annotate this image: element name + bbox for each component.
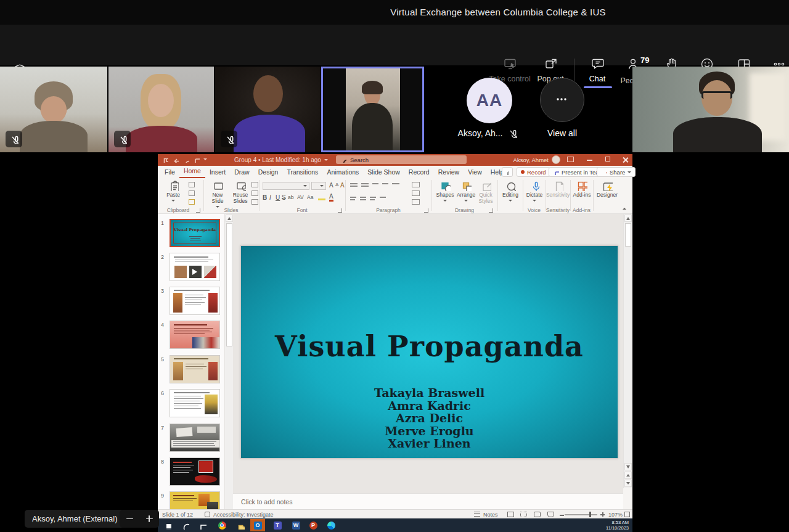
document-title[interactable]: Group 4 • Last Modified: 1h ago: [219, 157, 343, 163]
redo-icon[interactable]: [182, 156, 189, 163]
reset-slide-icon[interactable]: [251, 190, 258, 196]
normal-view-button[interactable]: [507, 512, 514, 517]
font-color-button[interactable]: A: [329, 194, 333, 202]
search-input[interactable]: Search: [336, 155, 467, 164]
tab-view[interactable]: View: [464, 166, 486, 178]
shapes-button[interactable]: Shapes: [435, 180, 455, 202]
tab-draw[interactable]: Draw: [230, 166, 254, 178]
zoom-in-button[interactable]: [146, 515, 153, 522]
reading-view-button[interactable]: [534, 512, 541, 517]
tab-transitions[interactable]: Transitions: [282, 166, 322, 178]
align-center-icon[interactable]: [360, 197, 366, 198]
strikethrough-button[interactable]: S: [282, 194, 286, 201]
zoom-in-button[interactable]: [600, 512, 605, 517]
slide-thumbnail-9[interactable]: [170, 491, 220, 509]
designer-button[interactable]: Designer: [595, 180, 619, 198]
zoom-out-button[interactable]: [560, 515, 564, 516]
change-case-button[interactable]: Aa: [307, 194, 313, 200]
increase-font-size-button[interactable]: A: [329, 182, 333, 189]
slide-thumbnail-3[interactable]: [170, 287, 220, 315]
bold-button[interactable]: B: [263, 194, 267, 201]
editing-button[interactable]: Editing: [500, 180, 521, 202]
paste-button[interactable]: Paste: [163, 180, 184, 202]
notes-toggle[interactable]: Notes: [483, 512, 498, 518]
copy-icon[interactable]: [189, 190, 195, 196]
view-all-button[interactable]: [540, 78, 584, 122]
slide-thumbnail-8[interactable]: [170, 457, 220, 486]
format-painter-icon[interactable]: [189, 199, 195, 205]
numbering-icon[interactable]: [361, 183, 369, 184]
character-spacing-button[interactable]: AV: [297, 194, 304, 200]
powerpoint-icon[interactable]: P: [308, 520, 318, 530]
participant-video-2[interactable]: [108, 67, 214, 152]
align-right-icon[interactable]: [370, 197, 376, 198]
comments-button[interactable]: [502, 167, 513, 177]
account-name[interactable]: Aksoy, Ahmet: [491, 157, 549, 163]
collapse-ribbon-icon[interactable]: [623, 208, 626, 210]
justify-icon[interactable]: [380, 197, 386, 198]
tab-slide-show[interactable]: Slide Show: [363, 166, 404, 178]
avatar[interactable]: AA: [467, 78, 512, 123]
text-shadow-button[interactable]: ab: [288, 194, 293, 200]
new-slide-button[interactable]: New Slide: [207, 180, 228, 208]
add-ins-button[interactable]: Add-ins: [571, 180, 592, 198]
reuse-slides-button[interactable]: Reuse Slides: [229, 180, 251, 205]
teams-icon[interactable]: T: [272, 520, 282, 530]
participant-video-4-active[interactable]: [321, 67, 424, 152]
slide-thumbnail-4[interactable]: [170, 321, 220, 349]
slide-sorter-button[interactable]: [520, 512, 527, 517]
taskbar-clock[interactable]: 8:53 AM 11/10/2023: [606, 520, 629, 531]
underline-button[interactable]: U: [276, 194, 280, 201]
font-name-select[interactable]: [263, 182, 309, 190]
start-button[interactable]: [163, 520, 173, 530]
increase-indent-icon[interactable]: [382, 183, 388, 184]
tab-record[interactable]: Record: [404, 166, 434, 178]
slide-thumbnail-5[interactable]: [170, 355, 220, 383]
tab-design[interactable]: Design: [254, 166, 283, 178]
slide-thumbnail-2[interactable]: [170, 253, 220, 281]
highlight-color-button[interactable]: [318, 195, 325, 200]
account-avatar[interactable]: [552, 155, 560, 164]
slide-thumbnail-6[interactable]: [170, 389, 220, 417]
text-direction-icon[interactable]: [412, 182, 420, 187]
cut-icon[interactable]: [189, 182, 195, 187]
convert-smartart-icon[interactable]: [412, 199, 420, 205]
tab-home[interactable]: Home: [179, 165, 205, 178]
accessibility-status[interactable]: Accessibility: Investigate: [213, 512, 274, 518]
slideshow-button[interactable]: [547, 512, 554, 517]
notes-pane[interactable]: Click to add notes: [233, 493, 623, 509]
share-button[interactable]: Share: [597, 167, 636, 177]
chat-button[interactable]: Chat: [583, 57, 611, 83]
decrease-indent-icon[interactable]: [372, 183, 378, 184]
start-slideshow-icon[interactable]: [193, 156, 200, 163]
clipboard-dialog-launcher[interactable]: [196, 208, 200, 213]
qat-customize-caret-icon[interactable]: [203, 158, 207, 160]
dictate-button[interactable]: Dictate: [525, 180, 544, 202]
slide-thumbnail-7[interactable]: [170, 424, 220, 452]
italic-button[interactable]: I: [269, 194, 271, 201]
participant-video-1[interactable]: [0, 67, 107, 152]
font-dialog-launcher[interactable]: [338, 208, 342, 213]
arrange-button[interactable]: Arrange: [456, 180, 476, 202]
paragraph-dialog-launcher[interactable]: [424, 208, 428, 213]
font-size-select[interactable]: [311, 182, 326, 190]
tab-file[interactable]: File: [160, 166, 179, 178]
editor-scrollbar[interactable]: [623, 214, 632, 488]
zoom-level[interactable]: 107%: [608, 512, 623, 518]
line-spacing-icon[interactable]: [392, 183, 399, 184]
restore-button[interactable]: [605, 157, 613, 163]
tab-animations[interactable]: Animations: [322, 166, 363, 178]
close-button[interactable]: [622, 157, 629, 163]
decrease-font-size-button[interactable]: A: [335, 182, 338, 187]
minimize-button[interactable]: [587, 157, 594, 163]
undo-icon[interactable]: [172, 156, 179, 163]
zoom-slider-track[interactable]: [565, 514, 597, 515]
bullets-icon[interactable]: [350, 183, 358, 184]
view-all-label[interactable]: View all: [528, 128, 597, 138]
align-left-icon[interactable]: [350, 197, 356, 198]
slide-canvas[interactable]: Visual Propaganda Takayla Braswell Amra …: [240, 245, 618, 459]
participant-video-3[interactable]: [215, 67, 321, 152]
align-text-icon[interactable]: [412, 190, 420, 196]
save-icon[interactable]: [161, 156, 168, 163]
file-explorer-icon[interactable]: [235, 520, 245, 530]
